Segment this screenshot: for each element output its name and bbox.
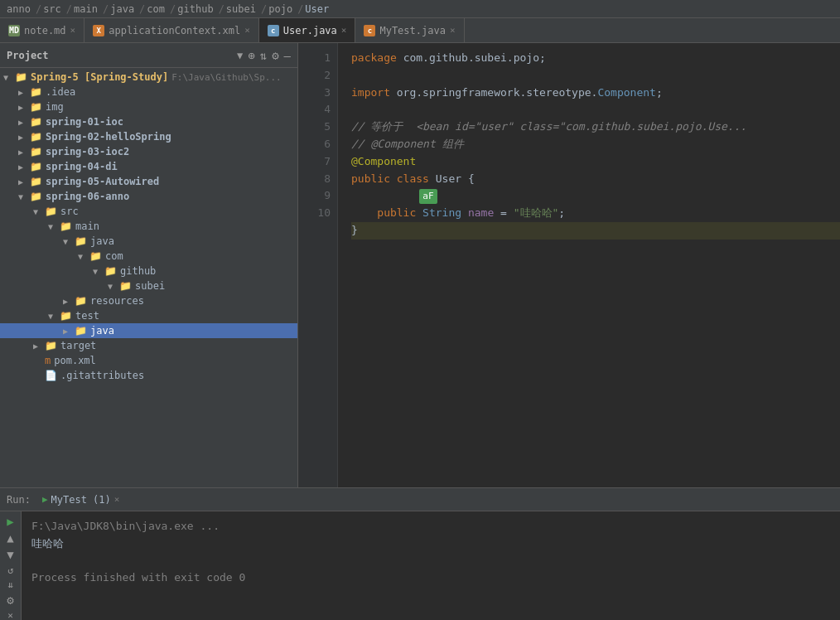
tree-item-gitattributes[interactable]: 📄 .gitattributes [0,368,297,383]
code-line-7: @Component [351,153,840,171]
tree-label-img: img [46,101,64,113]
tab-note-close[interactable]: × [70,25,76,36]
arrow-target: ▶ [33,341,45,351]
tree-label-spring5: Spring-5 [Spring-Study] [31,71,168,83]
tree-item-spring5[interactable]: ▼ 📁 Spring-5 [Spring-Study] F:\Java\Gith… [0,70,297,85]
close-panel-icon[interactable]: — [284,49,291,62]
run-rerun-button[interactable]: ↺ [2,564,19,576]
folder-icon-spring05: 📁 [30,176,42,187]
folder-icon-java-main: 📁 [75,235,87,247]
file-icon-gitattributes: 📄 [45,370,57,381]
tree-item-com[interactable]: ▼ 📁 com [0,249,297,264]
tree-item-spring04[interactable]: ▶ 📁 spring-04-di [0,159,297,174]
tree-item-spring05[interactable]: ▶ 📁 spring-05-Autowired [0,174,297,189]
tab-appctx-label: applicationContext.xml [109,25,240,36]
tree-item-subei[interactable]: ▼ 📁 subei [0,279,297,293]
tree-label-spring06: spring-06-anno [46,191,129,202]
breadcrumb-main: main [74,3,98,15]
tab-user-close[interactable]: × [341,25,347,36]
tab-appctx[interactable]: X applicationContext.xml × [84,18,259,42]
project-title: Project [7,50,232,61]
user-java-icon: c [268,25,279,36]
run-label: Run: [7,494,31,506]
tab-user[interactable]: c User.java × [259,18,356,42]
bottom-panel: Run: ▶ MyTest (1) × ▶ ▲ ▼ ↺ ⇊ ⚙ ✕ F:\Jav… [0,487,840,620]
tree-label-src: src [60,206,79,217]
tree-label-subei: subei [135,280,165,292]
arrow-spring01: ▶ [18,118,30,127]
arrow-idea: ▶ [18,88,30,97]
run-close-button[interactable]: ✕ [2,610,19,620]
tree-item-github[interactable]: ▼ 📁 github [0,264,297,279]
tree-item-spring02[interactable]: ▶ 📁 Spring-02-helloSpring [0,129,297,144]
tab-note[interactable]: MD note.md × [0,18,84,42]
tree-item-spring01[interactable]: ▶ 📁 spring-01-ioc [0,114,297,129]
run-tab-close[interactable]: × [114,494,120,505]
settings-icon[interactable]: ⚙ [272,49,278,62]
tree-item-java-test[interactable]: ▶ 📁 java [0,323,297,338]
tree-item-img[interactable]: ▶ 📁 img [0,99,297,114]
code-line-2 [351,67,840,85]
run-tab-mytest[interactable]: ▶ MyTest (1) × [37,492,125,507]
add-module-icon[interactable]: ⊕ [248,49,254,62]
folder-icon-main: 📁 [60,220,72,232]
code-line-1: package com.github.subei.pojo; [351,50,840,67]
tree-item-spring03[interactable]: ▶ 📁 spring-03-ioc2 [0,144,297,159]
bottom-tab-bar: Run: ▶ MyTest (1) × [0,488,840,511]
arrow-resources: ▶ [63,297,75,306]
tab-appctx-close[interactable]: × [244,25,250,36]
tree-item-java-main[interactable]: ▼ 📁 java [0,234,297,249]
tree-item-src[interactable]: ▼ 📁 src [0,204,297,219]
line-num-1: 1 [308,50,331,67]
folder-icon-java-test: 📁 [75,325,87,337]
folder-icon-spring06: 📁 [30,191,42,202]
mytest-java-icon: c [364,25,375,36]
run-scroll-button[interactable]: ⇊ [2,579,19,590]
run-settings-button[interactable]: ⚙ [2,593,19,607]
tree-path-spring5: F:\Java\Github\Sp... [171,72,281,83]
project-tree: ▼ 📁 Spring-5 [Spring-Study] F:\Java\Gith… [0,68,297,487]
tree-item-spring06[interactable]: ▼ 📁 spring-06-anno [0,189,297,204]
tree-label-pom: pom.xml [54,355,96,366]
run-down-button[interactable]: ▼ [2,548,19,561]
tree-label-main: main [75,220,99,232]
sync-icon[interactable]: ⇅ [260,49,267,62]
run-up-button[interactable]: ▲ [2,531,19,545]
tree-item-main[interactable]: ▼ 📁 main [0,219,297,234]
code-content[interactable]: package com.github.subei.pojo; import or… [338,43,840,487]
tree-item-target[interactable]: ▶ 📁 target [0,338,297,353]
run-output-line-4: Process finished with exit code 0 [31,569,830,587]
arrow-spring06: ▼ [18,192,30,201]
file-icon-pom: m [45,355,51,366]
folder-icon-idea: 📁 [30,86,42,98]
code-editor[interactable]: 1 2 3 4 5 6 7 8 9 10 package com.github.… [298,43,840,487]
folder-icon-src: 📁 [45,206,57,217]
code-line-8: public class User { aF [351,171,840,206]
tree-item-resources[interactable]: ▶ 📁 resources [0,293,297,308]
tree-label-github: github [120,265,156,277]
run-tab-icon: ▶ [42,494,48,505]
tree-label-com: com [105,250,123,262]
arrow-java-main: ▼ [63,237,75,246]
chevron-down-icon: ▼ [237,50,243,61]
tab-mytest-close[interactable]: × [450,25,456,36]
folder-icon-subei: 📁 [119,280,132,292]
code-line-4 [351,101,840,119]
tree-label-java-main: java [90,235,114,247]
arrow-github: ▼ [93,267,104,276]
tree-label-resources: resources [90,295,144,307]
code-line-3: import org.springframework.stereotype.Co… [351,85,840,102]
tree-label-spring05: spring-05-Autowired [46,176,159,187]
tree-label-spring03: spring-03-ioc2 [46,146,129,157]
tree-item-idea[interactable]: ▶ 📁 .idea [0,85,297,99]
tree-label-gitattributes: .gitattributes [60,370,144,381]
tree-item-pom[interactable]: m pom.xml [0,353,297,368]
arrow-main: ▼ [48,222,60,231]
line-numbers: 1 2 3 4 5 6 7 8 9 10 [298,43,338,487]
tab-mytest[interactable]: c MyTest.java × [355,18,464,42]
appctx-xml-icon: X [93,25,104,36]
run-play-button[interactable]: ▶ [2,515,19,528]
folder-icon-spring5: 📁 [15,71,27,83]
tree-item-test[interactable]: ▼ 📁 test [0,308,297,323]
arrow-com: ▼ [78,252,89,261]
